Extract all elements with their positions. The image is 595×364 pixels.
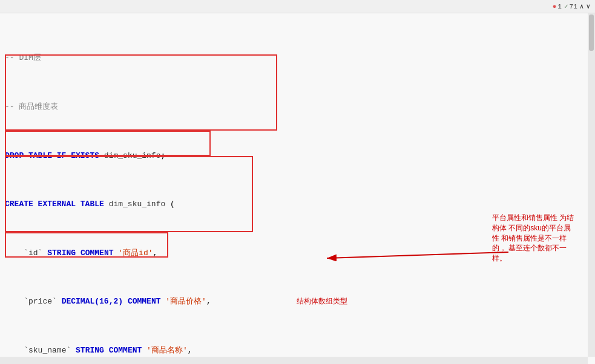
- error-icon: ●: [553, 3, 557, 10]
- line-4: CREATE EXTERNAL TABLE dim_sku_info (: [0, 198, 588, 210]
- line-3: DROP TABLE IF EXISTS dim_sku_info;: [0, 150, 588, 162]
- scrollbar-thumb[interactable]: [589, 15, 594, 51]
- line-1: -- DIM层: [0, 52, 588, 64]
- error-count: 1: [557, 3, 562, 10]
- line-6: `price` DECIMAL(16,2) COMMENT '商品价格',: [0, 296, 588, 308]
- annotation-struct-array: 结构体数组类型: [297, 296, 347, 307]
- nav-up[interactable]: ∧: [580, 2, 584, 10]
- nav-down[interactable]: ∨: [586, 2, 590, 10]
- check-indicator: ✓ 71: [564, 2, 577, 10]
- top-bar: ● 1 ✓ 71 ∧ ∨: [0, 0, 595, 13]
- code-area: -- DIM层 -- 商品维度表 DROP TABLE IF EXISTS di…: [0, 13, 588, 357]
- annotation-platform: 平台属性和销售属性 为结构体 不同的sku的平台属性 和销售属性是不一样的， 基…: [492, 213, 577, 264]
- vertical-scrollbar[interactable]: [588, 13, 595, 357]
- line-2: -- 商品维度表: [0, 101, 588, 113]
- warning-count: 71: [570, 3, 577, 10]
- horizontal-scrollbar[interactable]: [0, 357, 588, 364]
- error-indicator: ● 1: [553, 3, 562, 10]
- code-content: -- DIM层 -- 商品维度表 DROP TABLE IF EXISTS di…: [0, 13, 588, 357]
- check-icon: ✓: [564, 2, 568, 10]
- line-7: `sku_name` STRING COMMENT '商品名称',: [0, 345, 588, 357]
